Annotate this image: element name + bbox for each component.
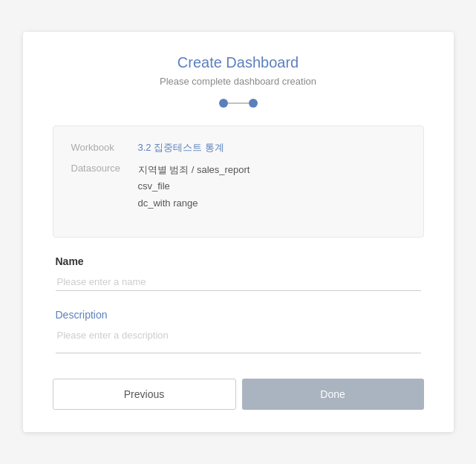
- step-2-dot: [249, 99, 258, 108]
- description-group: Description: [56, 309, 421, 356]
- step-1-dot: [219, 99, 228, 108]
- step-line: [228, 102, 249, 104]
- datasource-item-2: csv_file: [138, 178, 250, 195]
- datasource-item-3: dc_with range: [138, 195, 250, 212]
- info-section: Workbook 3.2 집중테스트 통계 Datasource 지역별 범죄 …: [53, 125, 424, 237]
- datasource-item-1: 지역별 범죄 / sales_report: [138, 162, 250, 178]
- button-row: Previous Done: [53, 379, 424, 410]
- datasource-row: Datasource 지역별 범죄 / sales_report csv_fil…: [71, 162, 405, 211]
- workbook-row: Workbook 3.2 집중테스트 통계: [71, 141, 405, 154]
- modal-subtitle: Please complete dashboard creation: [53, 76, 424, 87]
- step-indicator: [53, 99, 424, 108]
- name-group: Name: [56, 255, 421, 291]
- modal-title: Create Dashboard: [53, 54, 424, 71]
- description-input[interactable]: [56, 327, 421, 353]
- workbook-value: 3.2 집중테스트 통계: [138, 141, 224, 154]
- datasource-label: Datasource: [71, 162, 138, 211]
- name-input[interactable]: [56, 273, 421, 291]
- workbook-link[interactable]: 3.2 집중테스트 통계: [138, 142, 224, 153]
- create-dashboard-modal: Create Dashboard Please complete dashboa…: [23, 32, 454, 431]
- name-label: Name: [56, 255, 421, 267]
- form-section: Name Description: [53, 255, 424, 356]
- workbook-label: Workbook: [71, 141, 138, 154]
- done-button[interactable]: Done: [242, 379, 424, 410]
- previous-button[interactable]: Previous: [53, 379, 236, 410]
- description-label: Description: [56, 309, 421, 321]
- datasource-values: 지역별 범죄 / sales_report csv_file dc_with r…: [138, 162, 250, 211]
